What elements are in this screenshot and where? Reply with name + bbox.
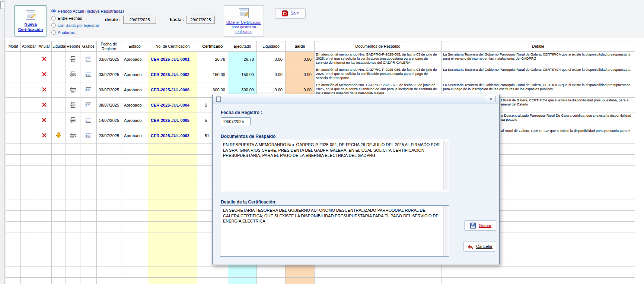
anular-x-icon[interactable] <box>42 56 47 61</box>
liquidar-arrow-icon[interactable] <box>56 132 61 138</box>
certification-number-cell[interactable]: CER-2025-JUL-0002 <box>148 67 197 82</box>
reporte-cell[interactable] <box>66 52 80 67</box>
reporte-cell[interactable] <box>66 82 80 98</box>
radio-anuladas[interactable]: Anuladas <box>51 29 124 36</box>
column-header-documentos-de-respaldo[interactable]: Documentos de Respaldo <box>315 41 441 52</box>
cancelar-button[interactable]: Cancelar <box>463 241 496 252</box>
column-header-gastos[interactable]: Gastos <box>80 41 97 52</box>
hasta-date-input[interactable]: 29/07/2025 <box>186 16 215 24</box>
aprobar-cell <box>21 82 37 98</box>
salir-button[interactable]: Salir <box>275 8 306 19</box>
table-row[interactable]: 03/07/2025AprobadoCER-2025-JUL-000126.78… <box>6 52 635 67</box>
gastos-grid-icon[interactable] <box>86 118 91 123</box>
anular-x-icon[interactable] <box>42 72 47 77</box>
anular-x-icon[interactable] <box>42 133 47 138</box>
fecha-registro-input[interactable]: 28/07/2025 <box>221 117 251 125</box>
gastos-cell[interactable] <box>80 52 97 67</box>
documentos-scrollbar[interactable] <box>443 141 449 190</box>
empty-cell <box>148 222 197 233</box>
anular-cell[interactable] <box>37 67 52 82</box>
documentos-respaldo-textarea[interactable]: EN RESPUESTA A MEMORANDO Nro. GADPRG-P-2… <box>220 140 449 191</box>
obtener-certificacion-button[interactable]: Obtener Certificación para gastos ya rea… <box>224 5 264 37</box>
gastos-cell[interactable] <box>80 67 97 82</box>
reporte-cell[interactable] <box>66 67 80 82</box>
column-header-liquidado[interactable]: Liquidado <box>257 41 286 52</box>
gastos-cell[interactable] <box>80 128 97 143</box>
empty-cell <box>66 233 80 244</box>
column-header-saldo[interactable]: Saldo <box>286 41 315 52</box>
anular-cell[interactable] <box>37 98 52 113</box>
column-header-aprobar[interactable]: Aprobar <box>21 41 37 52</box>
liquidar-cell[interactable] <box>52 128 66 143</box>
certification-number-cell[interactable]: CER-2025-JUL-0005 <box>148 113 197 128</box>
dialog-titlebar[interactable]: ✕ <box>213 94 499 104</box>
column-header-detalle[interactable]: Detalle <box>441 41 635 52</box>
empty-cell <box>21 143 37 155</box>
radio-con-saldo[interactable]: con Saldo por Ejecutar <box>51 22 124 29</box>
liquidar-cell <box>52 98 66 113</box>
empty-cell <box>148 166 197 177</box>
empty-cell <box>21 244 37 255</box>
column-header-fecha-de-registro[interactable]: Fecha de Registro <box>97 41 121 52</box>
reporte-cell[interactable] <box>66 98 80 113</box>
reporte-printer-icon[interactable] <box>70 117 76 123</box>
column-header-estado[interactable]: Estado <box>121 41 148 52</box>
empty-cell <box>148 233 197 244</box>
empty-cell <box>121 222 148 233</box>
column-header-certificado[interactable]: Certificado <box>197 41 228 52</box>
radio-periodo-actual[interactable]: Periodo Actual (Incluye Registradas) <box>51 7 124 15</box>
reporte-printer-icon[interactable] <box>70 133 76 138</box>
new-certification-form-icon <box>24 10 37 21</box>
column-header-liquidar[interactable]: Liquidar <box>52 41 66 52</box>
empty-cell <box>37 233 52 244</box>
gastos-grid-icon[interactable] <box>86 87 91 92</box>
anular-x-icon[interactable] <box>42 102 47 107</box>
column-header-modif[interactable]: Modif <box>6 41 21 52</box>
empty-cell <box>121 143 148 155</box>
gastos-cell[interactable] <box>80 113 97 128</box>
detalle-certificacion-textarea[interactable]: LA SECRETARIA TESORERA DEL GOBIERNO AUTO… <box>220 205 449 257</box>
certification-number-cell[interactable]: CER-2025-JUL-0006 <box>148 82 197 98</box>
side-panel-handle[interactable] <box>0 1 4 9</box>
dialog-close-button[interactable]: ✕ <box>486 96 496 102</box>
gastos-grid-icon[interactable] <box>86 133 91 138</box>
reporte-printer-icon[interactable] <box>70 87 76 92</box>
gastos-cell[interactable] <box>80 98 97 113</box>
detalle-scrollbar[interactable] <box>443 206 449 256</box>
empty-cell <box>37 188 52 199</box>
anular-cell[interactable] <box>37 52 52 67</box>
certification-number-cell[interactable]: CER-2025-JUL-0001 <box>148 52 197 67</box>
modif-cell <box>6 52 21 67</box>
column-header-reporte[interactable]: Reporte <box>66 41 80 52</box>
reporte-printer-icon[interactable] <box>70 72 76 77</box>
grabar-button[interactable]: Grabar <box>464 220 497 231</box>
gastos-grid-icon[interactable] <box>86 72 91 77</box>
anular-x-icon[interactable] <box>42 117 47 123</box>
empty-cell <box>6 222 21 233</box>
certification-number-cell[interactable]: CER-2025-JUL-0004 <box>148 98 197 113</box>
gastos-cell[interactable] <box>80 82 97 98</box>
anular-x-icon[interactable] <box>42 87 47 92</box>
gastos-grid-icon[interactable] <box>86 57 91 61</box>
reporte-cell[interactable] <box>66 113 80 128</box>
gastos-grid-icon[interactable] <box>86 102 91 107</box>
collapsed-side-panel[interactable] <box>0 0 5 284</box>
empty-row <box>6 266 635 278</box>
empty-cell <box>52 266 66 278</box>
anular-cell[interactable] <box>37 113 52 128</box>
desde-date-input[interactable]: 29/07/2025 <box>123 16 156 24</box>
reporte-printer-icon[interactable] <box>70 56 76 62</box>
reporte-printer-icon[interactable] <box>70 102 76 108</box>
empty-cell <box>66 199 80 211</box>
empty-cell <box>80 188 97 199</box>
detalle-cell: La Secretaria Tesorera del Gobierno Parr… <box>441 67 635 82</box>
table-row[interactable]: 03/07/2025AprobadoCER-2025-JUL-0002150.0… <box>6 67 635 82</box>
anular-cell[interactable] <box>37 128 52 143</box>
certification-number-cell[interactable]: CER-2025-JUL-0003 <box>148 128 197 143</box>
column-header-no-de-certificaci-n[interactable]: No. de Certificación <box>148 41 197 52</box>
nueva-certificacion-button[interactable]: Nueva Certificación <box>14 5 47 37</box>
reporte-cell[interactable] <box>66 128 80 143</box>
column-header-ejecutado[interactable]: Ejecutado <box>228 41 257 52</box>
anular-cell[interactable] <box>37 82 52 98</box>
column-header-anular[interactable]: Anular <box>37 41 52 52</box>
